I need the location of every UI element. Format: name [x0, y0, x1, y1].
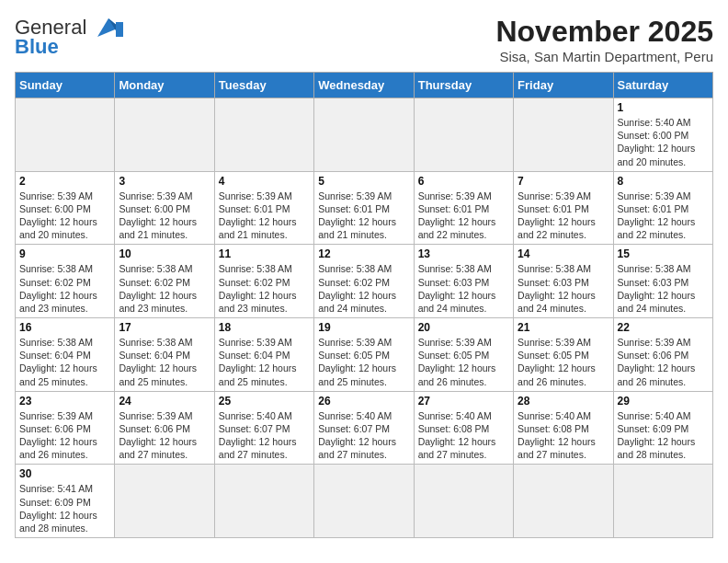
day-number: 30 — [19, 467, 110, 480]
calendar-day-cell: 18Sunrise: 5:39 AM Sunset: 6:04 PM Dayli… — [214, 318, 313, 392]
day-number: 1 — [618, 101, 709, 114]
calendar-day-cell: 10Sunrise: 5:38 AM Sunset: 6:02 PM Dayli… — [115, 245, 214, 318]
calendar-day-cell — [514, 98, 613, 172]
calendar-day-cell: 30Sunrise: 5:41 AM Sunset: 6:09 PM Dayli… — [16, 465, 115, 538]
calendar-day-cell: 26Sunrise: 5:40 AM Sunset: 6:07 PM Dayli… — [314, 391, 414, 465]
calendar-day-cell — [314, 465, 414, 538]
day-info: Sunrise: 5:39 AM Sunset: 6:01 PM Dayligh… — [318, 190, 409, 242]
calendar-day-cell: 13Sunrise: 5:38 AM Sunset: 6:03 PM Dayli… — [414, 245, 513, 318]
day-number: 7 — [518, 175, 609, 188]
day-info: Sunrise: 5:39 AM Sunset: 6:00 PM Dayligh… — [119, 190, 210, 242]
calendar-body: 1Sunrise: 5:40 AM Sunset: 6:00 PM Daylig… — [16, 98, 713, 538]
calendar-day-cell: 24Sunrise: 5:39 AM Sunset: 6:06 PM Dayli… — [115, 391, 214, 465]
day-info: Sunrise: 5:38 AM Sunset: 6:03 PM Dayligh… — [518, 262, 609, 315]
day-number: 17 — [119, 321, 210, 334]
calendar-day-cell: 19Sunrise: 5:39 AM Sunset: 6:05 PM Dayli… — [314, 318, 414, 392]
day-number: 5 — [318, 175, 409, 188]
day-info: Sunrise: 5:38 AM Sunset: 6:02 PM Dayligh… — [119, 262, 210, 315]
day-info: Sunrise: 5:39 AM Sunset: 6:05 PM Dayligh… — [518, 336, 609, 388]
day-info: Sunrise: 5:39 AM Sunset: 6:00 PM Dayligh… — [19, 190, 110, 242]
weekday-header-cell: Friday — [514, 73, 613, 98]
day-info: Sunrise: 5:38 AM Sunset: 6:03 PM Dayligh… — [418, 262, 509, 315]
day-number: 26 — [318, 395, 409, 408]
weekday-header-row: SundayMondayTuesdayWednesdayThursdayFrid… — [16, 73, 713, 98]
day-number: 15 — [618, 247, 709, 260]
calendar-day-cell: 1Sunrise: 5:40 AM Sunset: 6:00 PM Daylig… — [613, 98, 712, 172]
logo: General Blue — [15, 15, 125, 59]
calendar-day-cell — [115, 98, 214, 172]
calendar-day-cell: 8Sunrise: 5:39 AM Sunset: 6:01 PM Daylig… — [613, 171, 712, 245]
calendar-day-cell — [514, 465, 613, 538]
day-info: Sunrise: 5:39 AM Sunset: 6:01 PM Dayligh… — [219, 190, 310, 242]
calendar-day-cell: 11Sunrise: 5:38 AM Sunset: 6:02 PM Dayli… — [214, 245, 313, 318]
day-info: Sunrise: 5:38 AM Sunset: 6:03 PM Dayligh… — [618, 262, 709, 315]
title-block: November 2025 Sisa, San Martin Departmen… — [495, 15, 713, 64]
day-info: Sunrise: 5:41 AM Sunset: 6:09 PM Dayligh… — [19, 482, 110, 534]
calendar-day-cell: 28Sunrise: 5:40 AM Sunset: 6:08 PM Dayli… — [514, 391, 613, 465]
page-header: General Blue November 2025 Sisa, San Mar… — [15, 15, 713, 64]
weekday-header-cell: Saturday — [613, 73, 712, 98]
calendar-day-cell — [16, 98, 115, 172]
calendar-day-cell: 21Sunrise: 5:39 AM Sunset: 6:05 PM Dayli… — [514, 318, 613, 392]
day-info: Sunrise: 5:39 AM Sunset: 6:06 PM Dayligh… — [618, 336, 709, 388]
day-info: Sunrise: 5:38 AM Sunset: 6:02 PM Dayligh… — [318, 262, 409, 315]
calendar-day-cell — [314, 98, 414, 172]
day-number: 16 — [19, 321, 110, 334]
day-number: 2 — [19, 175, 110, 188]
day-info: Sunrise: 5:39 AM Sunset: 6:05 PM Dayligh… — [418, 336, 509, 388]
location-subtitle: Sisa, San Martin Department, Peru — [495, 49, 713, 64]
day-number: 6 — [418, 175, 509, 188]
day-number: 19 — [318, 321, 409, 334]
day-number: 22 — [618, 321, 709, 334]
logo-icon — [90, 15, 125, 40]
calendar-day-cell — [613, 465, 712, 538]
day-number: 10 — [119, 247, 210, 260]
calendar-day-cell: 5Sunrise: 5:39 AM Sunset: 6:01 PM Daylig… — [314, 171, 414, 245]
calendar-day-cell — [414, 98, 513, 172]
calendar-week-row: 30Sunrise: 5:41 AM Sunset: 6:09 PM Dayli… — [16, 465, 713, 538]
weekday-header-cell: Sunday — [16, 73, 115, 98]
day-number: 21 — [518, 321, 609, 334]
calendar-week-row: 16Sunrise: 5:38 AM Sunset: 6:04 PM Dayli… — [16, 318, 713, 392]
calendar-day-cell: 15Sunrise: 5:38 AM Sunset: 6:03 PM Dayli… — [613, 245, 712, 318]
logo-blue-text: Blue — [15, 35, 59, 59]
calendar-day-cell: 7Sunrise: 5:39 AM Sunset: 6:01 PM Daylig… — [514, 171, 613, 245]
calendar-day-cell: 25Sunrise: 5:40 AM Sunset: 6:07 PM Dayli… — [214, 391, 313, 465]
day-number: 11 — [219, 247, 310, 260]
calendar-day-cell: 20Sunrise: 5:39 AM Sunset: 6:05 PM Dayli… — [414, 318, 513, 392]
day-info: Sunrise: 5:39 AM Sunset: 6:01 PM Dayligh… — [618, 190, 709, 242]
day-info: Sunrise: 5:38 AM Sunset: 6:04 PM Dayligh… — [19, 336, 110, 388]
day-info: Sunrise: 5:39 AM Sunset: 6:04 PM Dayligh… — [219, 336, 310, 388]
day-info: Sunrise: 5:40 AM Sunset: 6:08 PM Dayligh… — [518, 409, 609, 462]
calendar-week-row: 9Sunrise: 5:38 AM Sunset: 6:02 PM Daylig… — [16, 245, 713, 318]
day-number: 14 — [518, 247, 609, 260]
month-year-title: November 2025 — [495, 15, 713, 49]
calendar-day-cell — [414, 465, 513, 538]
day-info: Sunrise: 5:40 AM Sunset: 6:00 PM Dayligh… — [618, 116, 709, 168]
calendar-week-row: 23Sunrise: 5:39 AM Sunset: 6:06 PM Dayli… — [16, 391, 713, 465]
calendar-table: SundayMondayTuesdayWednesdayThursdayFrid… — [15, 72, 713, 538]
calendar-day-cell: 16Sunrise: 5:38 AM Sunset: 6:04 PM Dayli… — [16, 318, 115, 392]
day-info: Sunrise: 5:38 AM Sunset: 6:02 PM Dayligh… — [219, 262, 310, 315]
calendar-day-cell — [115, 465, 214, 538]
day-info: Sunrise: 5:38 AM Sunset: 6:04 PM Dayligh… — [119, 336, 210, 388]
weekday-header-cell: Monday — [115, 73, 214, 98]
day-number: 23 — [19, 395, 110, 408]
calendar-day-cell: 3Sunrise: 5:39 AM Sunset: 6:00 PM Daylig… — [115, 171, 214, 245]
day-number: 3 — [119, 175, 210, 188]
day-number: 29 — [618, 395, 709, 408]
day-number: 18 — [219, 321, 310, 334]
day-info: Sunrise: 5:39 AM Sunset: 6:05 PM Dayligh… — [318, 336, 409, 388]
day-info: Sunrise: 5:40 AM Sunset: 6:07 PM Dayligh… — [219, 409, 310, 462]
calendar-day-cell: 12Sunrise: 5:38 AM Sunset: 6:02 PM Dayli… — [314, 245, 414, 318]
calendar-day-cell: 2Sunrise: 5:39 AM Sunset: 6:00 PM Daylig… — [16, 171, 115, 245]
weekday-header-cell: Thursday — [414, 73, 513, 98]
calendar-day-cell: 4Sunrise: 5:39 AM Sunset: 6:01 PM Daylig… — [214, 171, 313, 245]
calendar-week-row: 2Sunrise: 5:39 AM Sunset: 6:00 PM Daylig… — [16, 171, 713, 245]
day-number: 12 — [318, 247, 409, 260]
svg-rect-2 — [116, 22, 123, 37]
day-info: Sunrise: 5:39 AM Sunset: 6:06 PM Dayligh… — [119, 409, 210, 462]
day-number: 20 — [418, 321, 509, 334]
calendar-day-cell: 27Sunrise: 5:40 AM Sunset: 6:08 PM Dayli… — [414, 391, 513, 465]
calendar-week-row: 1Sunrise: 5:40 AM Sunset: 6:00 PM Daylig… — [16, 98, 713, 172]
